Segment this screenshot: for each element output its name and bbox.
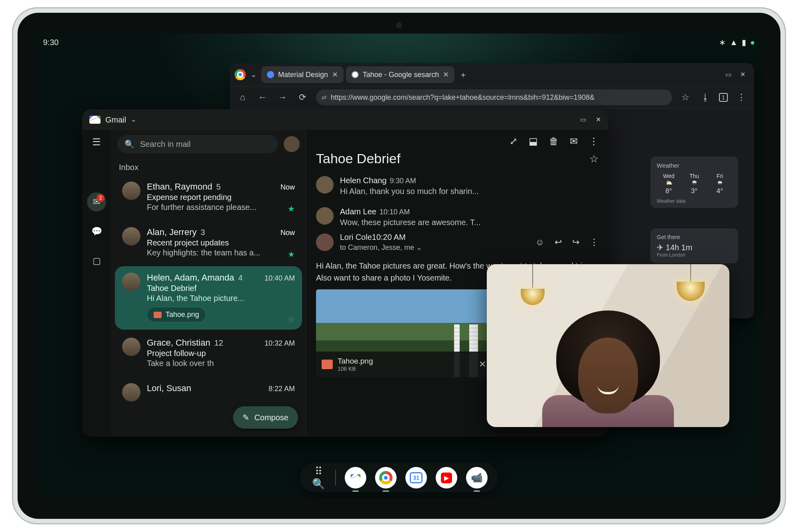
taskbar-youtube-icon[interactable]: ▶ xyxy=(436,467,457,488)
message-recipients[interactable]: to Cameron, Jesse, me xyxy=(340,243,414,251)
close-icon[interactable]: ✕ xyxy=(443,70,449,79)
thread-time: Now xyxy=(280,229,295,237)
thread-time: 10:40 AM xyxy=(265,274,295,283)
download-icon[interactable]: ⭳ xyxy=(699,92,712,103)
attachment-name: Tahoe.png xyxy=(338,357,373,366)
emoji-icon[interactable]: ☺ xyxy=(535,238,544,247)
thread-time: 10:32 AM xyxy=(265,339,295,348)
maximize-icon[interactable]: ▭ xyxy=(725,71,731,78)
browser-tab[interactable]: Tahoe - Google sesarch ✕ xyxy=(346,66,454,83)
chevron-down-icon[interactable]: ⌄ xyxy=(416,244,422,251)
back-icon[interactable]: ← xyxy=(256,92,269,103)
thread-row[interactable]: Lori, Susan8:22 AM xyxy=(115,377,302,405)
gmail-titlebar[interactable]: Gmail ⌄ ▭ ✕ xyxy=(82,109,608,130)
weather-card[interactable]: Weather Wed ⛅ 8° Thu 🌨 3° xyxy=(650,156,738,208)
star-icon[interactable]: ☆ xyxy=(589,154,598,164)
status-bar: 9:30 ∗ ▲ ▮ ● xyxy=(34,34,764,51)
app-title: Gmail xyxy=(105,115,126,125)
forward-icon[interactable]: → xyxy=(276,92,289,103)
taskbar-meet-icon[interactable]: 📹 xyxy=(466,467,488,488)
new-tab-button[interactable]: ＋ xyxy=(457,68,470,81)
chevron-down-icon[interactable]: ⌄ xyxy=(251,71,257,78)
thread-snippet: Key highlights: the team has a... xyxy=(147,248,295,257)
reply-icon[interactable]: ↩ xyxy=(555,238,562,247)
thread-row[interactable]: Alan, Jerrery3Now Recent project updates… xyxy=(115,221,302,265)
archive-icon[interactable]: ⬓ xyxy=(529,136,538,146)
close-icon[interactable]: ✕ xyxy=(479,359,486,370)
address-bar[interactable]: ⇄ https://www.google.com/search?q=lake+t… xyxy=(316,89,672,105)
get-there-title: Get there xyxy=(657,234,732,240)
taskbar-calendar-icon[interactable]: 31 xyxy=(405,467,427,488)
message-snippet: Wow, these picturese are awesome. T... xyxy=(340,218,598,227)
site-settings-icon[interactable]: ⇄ xyxy=(322,94,327,101)
favicon-icon xyxy=(352,71,359,78)
reload-icon[interactable]: ⟳ xyxy=(296,92,309,103)
thread-count: 5 xyxy=(216,182,221,192)
avatar xyxy=(122,273,140,291)
thread-senders: Lori, Susan xyxy=(147,383,191,394)
home-icon[interactable]: ⌂ xyxy=(236,92,249,103)
chevron-down-icon[interactable]: ⌄ xyxy=(131,117,136,123)
thread-row[interactable]: Grace, Christian1210:32 AM Project follo… xyxy=(115,331,302,375)
star-icon[interactable]: ★ xyxy=(288,249,295,259)
rail-meet-button[interactable]: ▢ xyxy=(87,251,106,271)
conversation-subject: Tahoe Debrief xyxy=(316,151,401,166)
thread-count: 4 xyxy=(238,273,243,283)
collapsed-message[interactable]: Helen Chang9:30 AM Hi Alan, thank you so… xyxy=(306,170,608,202)
tabs-icon[interactable]: 1 xyxy=(719,93,728,102)
search-input[interactable]: 🔍 Search in mail xyxy=(117,135,278,153)
avatar xyxy=(122,383,140,401)
thread-count: 3 xyxy=(201,228,205,237)
thread-row[interactable]: Helen, Adam, Amanda410:40 AM Tahoe Debri… xyxy=(115,266,302,330)
taskbar-gmail-icon[interactable] xyxy=(345,467,366,488)
app-drawer-icon[interactable]: ⠿🔍 xyxy=(310,465,326,490)
star-icon[interactable]: ★ xyxy=(288,204,295,214)
rail-chat-button[interactable]: 💬 xyxy=(87,222,106,241)
get-there-card[interactable]: Get there ✈ 14h 1m From London xyxy=(650,228,738,263)
star-icon[interactable]: ☆ xyxy=(679,92,692,103)
search-placeholder: Search in mail xyxy=(140,140,191,149)
status-time: 9:30 xyxy=(43,38,59,47)
thread-snippet: Hi Alan, the Tahoe picture... xyxy=(147,294,295,303)
folder-label: Inbox xyxy=(111,159,306,174)
chat-icon: 💬 xyxy=(91,227,102,236)
avatar xyxy=(122,182,140,200)
close-icon[interactable]: ✕ xyxy=(596,117,601,123)
taskbar[interactable]: ⠿🔍 31 ▶ 📹 xyxy=(300,463,498,492)
gmail-icon xyxy=(89,116,101,124)
more-icon[interactable]: ⋮ xyxy=(735,92,748,103)
forward-icon[interactable]: ↪ xyxy=(572,238,579,247)
taskbar-chrome-icon[interactable] xyxy=(375,467,397,488)
message-from: Helen Chang xyxy=(340,176,387,185)
rail-mail-button[interactable]: ✉ 2 xyxy=(87,192,106,212)
url-text: https://www.google.com/search?q=lake+tah… xyxy=(331,93,595,102)
collapsed-message[interactable]: Adam Lee10:10 AM Wow, these picturese ar… xyxy=(306,202,608,233)
attachment-chip[interactable]: Tahoe.png xyxy=(147,307,206,322)
attachment-preview[interactable]: Tahoe.png 106 KB ✕ xyxy=(316,289,492,377)
more-icon[interactable]: ⋮ xyxy=(589,136,598,146)
weather-meta: Weather data xyxy=(657,198,732,204)
video-participant xyxy=(540,303,676,427)
thread-row[interactable]: Ethan, Raymond5Now Expense report pendin… xyxy=(115,175,302,219)
account-avatar[interactable] xyxy=(284,136,300,152)
browser-tabstrip: ⌄ Material Design ✕ Tahoe - Google sesar… xyxy=(230,63,754,86)
browser-tab[interactable]: Material Design ✕ xyxy=(261,66,344,83)
thread-senders: Alan, Jerrery xyxy=(147,227,197,237)
more-icon[interactable]: ⋮ xyxy=(590,238,598,247)
menu-icon[interactable]: ☰ xyxy=(92,136,101,148)
mark-unread-icon[interactable]: ✉ xyxy=(570,136,578,146)
compose-button[interactable]: ✎ Compose xyxy=(233,406,298,429)
avatar xyxy=(316,233,334,251)
maximize-icon[interactable]: ▭ xyxy=(580,117,586,123)
thread-senders: Ethan, Raymond xyxy=(147,182,212,192)
star-icon[interactable]: ☆ xyxy=(288,314,295,324)
video-call-pip[interactable] xyxy=(487,264,729,427)
close-icon[interactable]: ✕ xyxy=(740,71,745,78)
image-icon xyxy=(322,360,333,369)
close-icon[interactable]: ✕ xyxy=(332,70,338,79)
expand-icon[interactable]: ⤢ xyxy=(510,136,518,146)
search-icon: 🔍 xyxy=(124,140,134,148)
delete-icon[interactable]: 🗑 xyxy=(549,136,559,146)
divider xyxy=(335,470,336,486)
chrome-icon[interactable] xyxy=(235,69,246,80)
